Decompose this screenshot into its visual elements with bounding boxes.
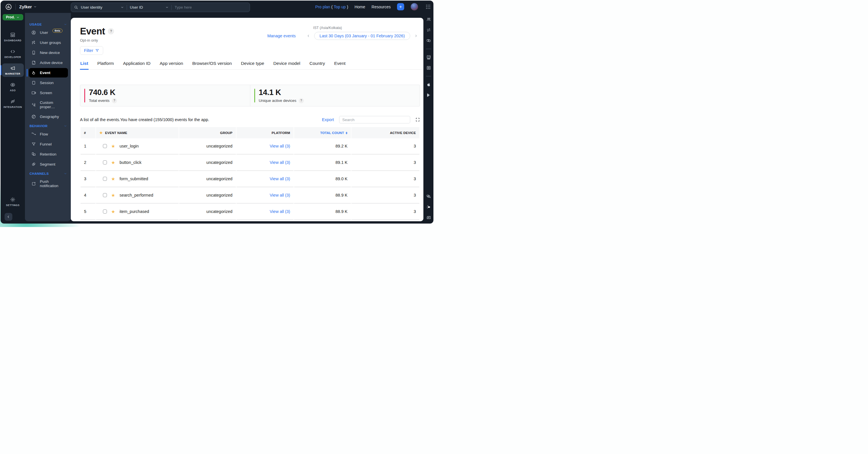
sidebar-item-retention[interactable]: Retention bbox=[29, 149, 68, 159]
search-scope-secondary-select[interactable]: User ID bbox=[130, 5, 168, 9]
apps-grid-icon[interactable] bbox=[426, 4, 431, 9]
tab-device-model[interactable]: Device model bbox=[273, 59, 301, 69]
tab-browser-os-version[interactable]: Browser/OS version bbox=[192, 59, 232, 69]
sidebar-item-custom-proper[interactable]: Custom proper… bbox=[29, 98, 68, 111]
stat-value: 14.1 K bbox=[259, 88, 304, 97]
active-device-icon bbox=[31, 60, 36, 65]
global-search-input[interactable] bbox=[175, 5, 247, 9]
sidebar-item-user[interactable]: UserBeta bbox=[29, 28, 68, 37]
tab-application-id[interactable]: Application ID bbox=[123, 59, 151, 69]
app-logo-icon[interactable] bbox=[5, 3, 12, 10]
date-range-picker[interactable]: Last 30 Days (03 January - 01 February 2… bbox=[314, 32, 410, 40]
rail-item-integration[interactable]: INTEGRATION bbox=[2, 97, 24, 110]
sidebar-item-user-groups[interactable]: User groups bbox=[29, 38, 68, 47]
view-all-platforms-link[interactable]: View all (3) bbox=[270, 144, 290, 148]
star-icon[interactable]: ★ bbox=[111, 209, 115, 215]
sidebar-item-active-device[interactable]: Active device bbox=[29, 58, 68, 67]
rail-item-marketer[interactable]: MARKETER bbox=[2, 63, 24, 77]
sidebar-item-flow[interactable]: Flow bbox=[29, 130, 68, 139]
left-rail: Prod. DASHBOARDDEVELOPERMARKETERASOINTEG… bbox=[1, 13, 25, 224]
next-range-icon[interactable] bbox=[414, 34, 418, 37]
sidebar-item-settings[interactable]: SETTINGS bbox=[2, 195, 24, 208]
environment-select[interactable]: Prod. bbox=[3, 14, 23, 20]
table-search-input[interactable] bbox=[339, 116, 410, 123]
star-icon[interactable]: ★ bbox=[111, 143, 115, 149]
avatar[interactable] bbox=[410, 3, 418, 10]
help-icon[interactable]: ? bbox=[108, 28, 114, 34]
help-icon[interactable]: ? bbox=[299, 98, 304, 103]
tab-app-version[interactable]: App version bbox=[159, 59, 183, 69]
swap-arrows-icon[interactable] bbox=[426, 28, 431, 32]
events-table: # ★EVENT NAME GROUP PLATFORM TOTAL COUNT… bbox=[80, 127, 420, 221]
add-button[interactable]: + bbox=[397, 3, 404, 10]
fullscreen-icon[interactable] bbox=[415, 117, 420, 122]
resources-link[interactable]: Resources bbox=[372, 5, 391, 9]
rail-item-label: DEVELOPER bbox=[5, 56, 21, 59]
tab-list[interactable]: List bbox=[80, 59, 89, 70]
filter-button[interactable]: Filter bbox=[80, 46, 103, 55]
home-link[interactable]: Home bbox=[354, 5, 365, 9]
feedback-icon[interactable] bbox=[426, 215, 431, 220]
user-groups-icon bbox=[31, 40, 36, 45]
table-row: 3★form_submitteduncategorizedView all (3… bbox=[81, 171, 420, 188]
users-icon[interactable] bbox=[426, 17, 431, 22]
rail-item-developer[interactable]: DEVELOPER bbox=[2, 47, 24, 60]
rail-item-dashboard[interactable]: DASHBOARD bbox=[2, 30, 24, 44]
beta-badge: Beta bbox=[53, 29, 63, 33]
divider bbox=[426, 76, 431, 76]
svg-text:A-Z: A-Z bbox=[427, 56, 430, 58]
event-name: user_login bbox=[120, 144, 139, 148]
view-all-platforms-link[interactable]: View all (3) bbox=[270, 193, 290, 197]
export-link[interactable]: Export bbox=[322, 117, 334, 122]
chat-bubbles-icon[interactable] bbox=[426, 194, 431, 199]
glossary-az-icon[interactable]: A-Z bbox=[426, 55, 431, 60]
overlapping-shapes-icon[interactable] bbox=[426, 38, 431, 43]
event-group: uncategorized bbox=[179, 171, 236, 188]
total-count: 88.9 K bbox=[294, 204, 351, 220]
help-icon[interactable]: ? bbox=[112, 98, 117, 103]
view-all-platforms-link[interactable]: View all (3) bbox=[270, 209, 290, 214]
view-tabs: ListPlatformApplication IDApp versionBro… bbox=[80, 59, 422, 70]
total-count: 89.2 K bbox=[294, 138, 351, 155]
row-checkbox[interactable] bbox=[103, 144, 107, 148]
manage-events-link[interactable]: Manage events bbox=[267, 34, 296, 38]
row-checkbox[interactable] bbox=[103, 161, 107, 165]
plan-topup-link[interactable]: Pro plan ( Top up ) bbox=[315, 5, 348, 9]
search-scope-primary-select[interactable]: User identity bbox=[81, 5, 124, 9]
document-lines-icon[interactable] bbox=[426, 65, 431, 70]
tab-device-type[interactable]: Device type bbox=[241, 59, 265, 69]
collapse-sidebar-button[interactable] bbox=[5, 213, 12, 221]
apple-icon[interactable] bbox=[426, 82, 431, 87]
row-checkbox[interactable] bbox=[103, 193, 107, 197]
tab-platform[interactable]: Platform bbox=[97, 59, 114, 69]
star-icon[interactable]: ★ bbox=[111, 193, 115, 198]
row-checkbox[interactable] bbox=[103, 177, 107, 181]
sidebar-item-event[interactable]: Event bbox=[29, 68, 68, 78]
section-header-channels[interactable]: CHANNELS bbox=[30, 172, 67, 175]
section-header-behavior[interactable]: BEHAVIOR bbox=[30, 124, 67, 128]
sidebar-item-segment[interactable]: Segment bbox=[29, 160, 68, 169]
portal-switcher[interactable]: Zylker bbox=[19, 4, 37, 9]
sidebar-item-geography[interactable]: Geography bbox=[29, 112, 68, 121]
google-play-icon[interactable] bbox=[426, 93, 431, 97]
global-search-bar[interactable]: User identity User ID bbox=[71, 3, 250, 12]
tab-country[interactable]: Country bbox=[309, 59, 326, 69]
col-total-count-sort[interactable]: TOTAL COUNT bbox=[294, 127, 351, 138]
sidebar-item-screen[interactable]: Screen bbox=[29, 88, 68, 97]
section-header-usage[interactable]: USAGE bbox=[30, 23, 67, 26]
sidebar-item-funnel[interactable]: Funnel bbox=[29, 139, 68, 149]
theme-toggle-icon[interactable] bbox=[426, 205, 431, 209]
rail-item-aso[interactable]: ASO bbox=[2, 80, 24, 93]
tab-event[interactable]: Event bbox=[334, 59, 346, 69]
sidebar-item-push-notification[interactable]: Push notification bbox=[29, 177, 68, 190]
prev-range-icon[interactable] bbox=[307, 34, 310, 37]
section-label: CHANNELS bbox=[30, 172, 49, 175]
view-all-platforms-link[interactable]: View all (3) bbox=[270, 160, 290, 165]
sidebar-item-session[interactable]: Session bbox=[29, 78, 68, 88]
row-checkbox[interactable] bbox=[103, 209, 107, 214]
star-icon[interactable]: ★ bbox=[111, 176, 115, 182]
star-icon[interactable]: ★ bbox=[111, 160, 115, 165]
divider bbox=[172, 5, 172, 10]
sidebar-item-new-device[interactable]: New device bbox=[29, 48, 68, 57]
view-all-platforms-link[interactable]: View all (3) bbox=[270, 176, 290, 181]
